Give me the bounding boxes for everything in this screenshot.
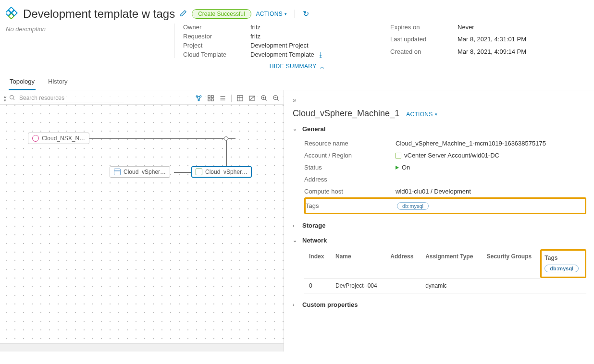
page-title: Development template w tags [23,7,175,21]
requestor-value: fritz [250,33,376,40]
canvas-toolbar: ▴▾ [0,92,284,105]
nav-stepper[interactable]: ▴▾ [4,95,6,102]
col-address: Address [385,249,421,279]
vcenter-icon [396,153,401,158]
chevron-down-icon: ⌄ [293,237,297,243]
template-link[interactable]: Development Template ⭳ [250,51,376,58]
section-storage-toggle[interactable]: › Storage [293,222,586,229]
node-nsx-network[interactable]: Cloud_NSX_N… [28,133,89,144]
created-value: Mar 8, 2021, 4:09:14 PM [458,48,588,58]
svg-rect-11 [208,98,210,100]
owner-value: fritz [250,24,376,31]
node-vsphere-machine[interactable]: Cloud_vSpher… [191,166,252,178]
tab-history[interactable]: History [47,75,68,90]
section-general-toggle[interactable]: ⌄ General [293,125,586,133]
zoom-out-icon[interactable] [272,95,280,102]
chevron-right-icon: › [293,223,297,229]
view-grid-icon[interactable] [207,95,214,102]
fit-icon[interactable] [248,95,256,102]
search-icon [9,95,15,102]
col-name: Name [331,249,385,279]
updated-label: Last updated [390,36,453,46]
search-input[interactable] [18,94,124,102]
app-logo [6,7,18,21]
requestor-label: Requestor [183,33,246,40]
network-icon [32,135,39,142]
svg-line-5 [13,98,14,100]
section-network-toggle[interactable]: ⌄ Network [293,237,586,244]
compute-host-value: wld01-clu01 / Development [396,188,471,195]
resource-actions-dropdown[interactable]: ACTIONS ▾ [406,111,437,118]
col-assignment: Assignment Type [421,249,482,279]
svg-rect-16 [237,95,243,100]
table-row[interactable]: 0 DevProject--004 dynamic [304,278,586,293]
created-label: Created on [390,48,453,58]
status-value: On [396,164,410,171]
refresh-icon[interactable]: ↻ [303,9,309,18]
svg-line-19 [265,99,266,100]
chevron-right-icon: › [293,302,297,307]
expires-value: Never [458,24,588,34]
tag-pill[interactable]: db:mysql [544,265,579,272]
section-custom-toggle[interactable]: › Custom properties [293,301,586,308]
svg-rect-12 [211,98,213,100]
vm-icon [196,169,202,175]
expand-panel-icon[interactable]: » [293,96,586,104]
view-list-icon[interactable] [219,95,226,102]
fullscreen-icon[interactable] [236,95,244,102]
svg-point-4 [10,95,14,99]
view-graph-icon[interactable] [195,95,202,102]
svg-rect-9 [208,95,210,97]
updated-value: Mar 8, 2021, 4:31:01 PM [458,36,588,46]
account-value: vCenter Server Account/wld01-DC [396,152,499,159]
tag-pill[interactable]: db:mysql [397,202,429,210]
svg-line-23 [277,99,278,100]
chevron-down-icon: ⌄ [293,126,297,132]
edit-icon[interactable] [180,10,187,18]
project-label: Project [183,42,246,49]
power-on-icon [396,166,399,170]
chevron-down-icon: ▾ [435,112,437,117]
owner-label: Owner [183,24,246,31]
status-badge: Create Successful [192,9,251,19]
actions-dropdown[interactable]: ACTIONS ▾ [256,11,287,17]
project-link[interactable]: Development Project [250,42,376,49]
chevron-down-icon: ▾ [285,12,287,16]
download-icon[interactable]: ⭳ [318,51,324,58]
col-index: Index [304,249,331,279]
hide-summary-toggle[interactable]: HIDE SUMMARY ︽ [0,60,594,75]
topology-canvas[interactable]: ▴▾ [0,90,284,352]
resource-name-value: Cloud_vSphere_Machine_1-mcm1019-16363857… [396,140,546,147]
node-vsphere-disk[interactable]: Cloud_vSpher… [110,166,170,178]
zoom-in-icon[interactable] [260,95,268,102]
tab-topology[interactable]: Topology [9,75,36,90]
resource-title: Cloud_vSphere_Machine_1 [293,109,399,119]
storage-icon [114,169,121,175]
edge-endpoint [224,136,228,141]
col-security: Security Groups [482,249,540,279]
svg-rect-10 [211,95,213,97]
template-label: Cloud Template [183,51,246,58]
divider [295,10,295,18]
edge [226,138,227,169]
chevron-up-icon: ︽ [320,64,324,69]
divider [231,95,232,102]
description: No description [6,24,160,58]
expires-label: Expires on [390,24,453,34]
network-table: Index Name Address Assignment Type Secur… [304,249,586,293]
tags-column-highlight: Tags db:mysql [540,249,586,278]
tags-highlight: Tags db:mysql [304,197,586,214]
edge [88,138,235,139]
